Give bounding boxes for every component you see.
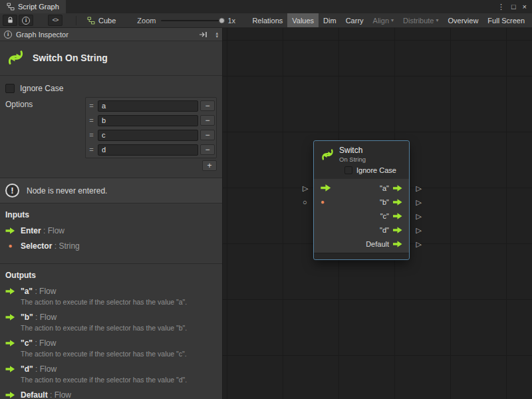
cube-graph-icon	[87, 17, 95, 25]
info-toggle-icon[interactable]: i	[19, 15, 33, 26]
flow-port-icon[interactable]	[393, 185, 402, 192]
input-name: Enter	[21, 226, 41, 235]
add-option-button[interactable]: +	[202, 160, 217, 171]
separator: :	[52, 241, 59, 251]
port-a-triangle-icon[interactable]: ▷	[416, 184, 422, 192]
node-header[interactable]: Switch On String	[314, 141, 409, 164]
node-ignore-case-row[interactable]: Ignore Case	[314, 164, 409, 179]
code-glyph: <>	[53, 17, 59, 24]
input-item-selector: ● Selector : String	[5, 241, 217, 251]
dim-button[interactable]: Dim	[319, 13, 341, 27]
port-b-triangle-icon[interactable]: ▷	[416, 198, 422, 205]
port-c-triangle-icon[interactable]: ▷	[416, 212, 422, 219]
output-description: The action to execute if the selector ha…	[21, 298, 217, 306]
node-ignore-case-checkbox[interactable]	[344, 166, 352, 174]
warning-box: ! Node is never entered.	[0, 178, 222, 203]
zoom-value: 1x	[227, 17, 235, 25]
node-ports: ▷ "a" ▷ ○ ● "b"	[314, 179, 409, 253]
distribute-button[interactable]: Distribute ▾	[398, 13, 443, 27]
flow-port-icon[interactable]	[393, 213, 402, 219]
input-name: Selector	[21, 241, 52, 251]
remove-option-button[interactable]: −	[200, 130, 215, 140]
lock-glyph	[7, 17, 14, 24]
maximize-icon[interactable]: □	[511, 3, 516, 11]
option-input[interactable]	[98, 144, 198, 156]
option-input[interactable]	[98, 130, 198, 141]
dock-glyph	[199, 31, 207, 38]
scrollbar-arrows[interactable]: ▴ ▾	[215, 31, 218, 38]
info-icon: i	[4, 31, 12, 39]
ignore-case-checkbox[interactable]	[5, 84, 15, 93]
ignore-case-row[interactable]: Ignore Case	[5, 81, 217, 97]
flow-port-icon[interactable]	[393, 199, 402, 205]
drag-handle-icon[interactable]: =	[87, 102, 96, 110]
info-glyph: i	[22, 17, 30, 25]
node-title: Switch	[339, 146, 366, 155]
port-d-triangle-icon[interactable]: ▷	[416, 226, 422, 233]
enter-port-triangle-icon[interactable]: ▷	[303, 184, 308, 192]
separator: :	[41, 226, 48, 235]
caret-down-icon: ▾	[436, 17, 439, 23]
scroll-down-icon[interactable]: ▾	[215, 35, 218, 38]
drag-handle-icon[interactable]: =	[87, 146, 96, 154]
flow-port-icon	[5, 288, 15, 295]
node-port-row-b: ○ ● "b" ▷	[314, 195, 409, 209]
node-port-row-a: ▷ "a" ▷	[314, 181, 409, 195]
menu-kebab-icon[interactable]: ⋮	[497, 3, 505, 11]
output-item-c: "c" : Flow The action to execute if the …	[5, 338, 217, 358]
graph-canvas[interactable]: Switch On String Ignore Case ▷ "a"	[223, 28, 532, 399]
selector-port-circle-icon[interactable]: ○	[303, 198, 307, 205]
graph-inspector-panel: i Graph Inspector ▴ ▾	[0, 28, 223, 399]
port-label: "a"	[380, 184, 389, 192]
output-name: "a"	[21, 287, 33, 296]
remove-option-button[interactable]: −	[200, 144, 215, 155]
drag-handle-icon[interactable]: =	[87, 116, 96, 124]
output-type: Flow	[39, 338, 56, 348]
carry-button[interactable]: Carry	[341, 13, 368, 27]
separator: :	[48, 390, 55, 399]
output-item-b: "b" : Flow The action to execute if the …	[5, 313, 217, 332]
output-type: Flow	[55, 390, 71, 399]
inputs-header: Inputs	[5, 210, 217, 219]
flow-port-icon[interactable]	[393, 227, 402, 233]
separator: :	[33, 338, 39, 348]
tab-script-graph[interactable]: Script Graph	[0, 0, 66, 13]
dock-panel-icon[interactable]	[199, 31, 207, 38]
remove-option-button[interactable]: −	[200, 100, 215, 111]
output-name: Default	[21, 390, 48, 399]
zoom-slider-knob[interactable]	[219, 17, 225, 23]
port-label: "c"	[380, 212, 389, 220]
breadcrumb-label: Cube	[98, 17, 116, 25]
output-item-a: "a" : Flow The action to execute if the …	[5, 287, 217, 306]
lock-icon[interactable]	[3, 15, 17, 26]
close-icon[interactable]: ×	[523, 3, 527, 11]
flow-port-icon[interactable]	[393, 241, 402, 247]
ignore-case-label: Ignore Case	[20, 84, 63, 93]
warning-icon: !	[5, 184, 19, 198]
breadcrumb[interactable]: Cube	[83, 17, 120, 25]
string-port-icon: ●	[8, 243, 12, 249]
remove-option-button[interactable]: −	[200, 115, 215, 126]
fullscreen-button[interactable]: Full Screen	[483, 13, 529, 27]
drag-handle-icon[interactable]: =	[87, 131, 96, 139]
overview-button[interactable]: Overview	[444, 13, 483, 27]
window-tab-bar: Script Graph ⋮ □ ×	[0, 0, 532, 13]
code-icon[interactable]: <>	[48, 15, 63, 26]
separator: :	[33, 313, 40, 322]
output-name: "c"	[21, 338, 33, 348]
warning-text: Node is never entered.	[27, 186, 107, 196]
option-input[interactable]	[98, 115, 198, 126]
zoom-label: Zoom	[137, 17, 156, 25]
selector-string-icon[interactable]: ●	[321, 199, 325, 205]
values-button[interactable]: Values	[287, 13, 319, 27]
relations-button[interactable]: Relations	[247, 13, 287, 27]
node-port-row-default: Default ▷	[314, 237, 409, 251]
zoom-slider[interactable]	[161, 20, 222, 21]
enter-flow-icon[interactable]	[321, 184, 331, 192]
output-description: The action to execute if the selector ha…	[21, 376, 217, 384]
align-button[interactable]: Align ▾	[368, 13, 398, 27]
switch-on-string-node[interactable]: Switch On String Ignore Case ▷ "a"	[314, 141, 409, 259]
port-default-triangle-icon[interactable]: ▷	[416, 240, 422, 247]
output-name: "d"	[21, 364, 33, 374]
option-input[interactable]	[98, 100, 198, 112]
